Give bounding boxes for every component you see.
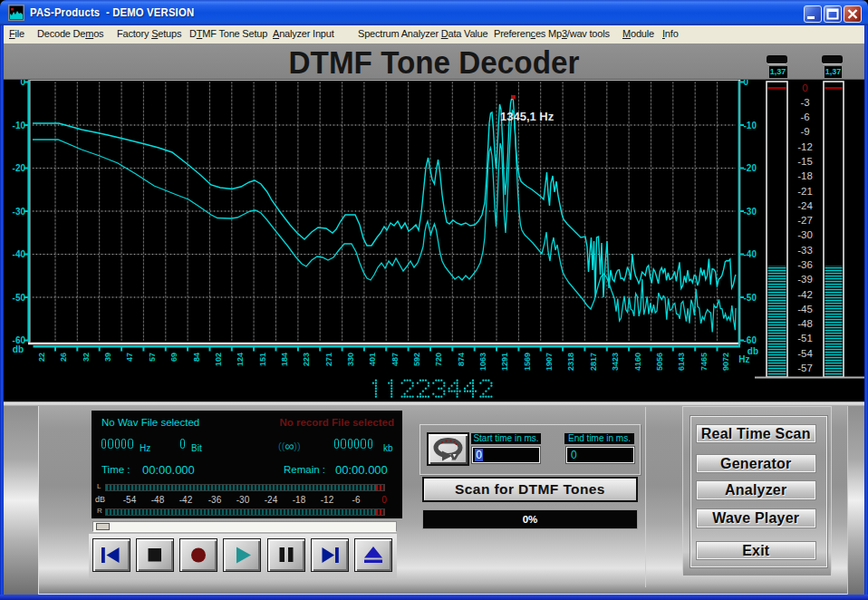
svg-text:0: 0	[20, 80, 25, 87]
svg-text:-10: -10	[744, 121, 757, 131]
svg-text:487: 487	[391, 353, 400, 366]
svg-text:-51: -51	[797, 333, 813, 344]
svg-text:84: 84	[192, 353, 201, 362]
svg-text:32: 32	[82, 353, 91, 362]
svg-text:-50: -50	[744, 293, 757, 303]
svg-text:592: 592	[412, 353, 421, 366]
svg-text:-9: -9	[800, 126, 809, 137]
svg-text:4160: 4160	[633, 353, 642, 371]
svg-text:0: 0	[744, 80, 749, 87]
svg-text:720: 720	[434, 353, 443, 366]
svg-text:47: 47	[125, 353, 134, 362]
svg-text:-48: -48	[797, 318, 813, 329]
svg-text:-15: -15	[797, 156, 813, 167]
svg-text:184: 184	[280, 353, 289, 366]
svg-text:7465: 7465	[699, 353, 709, 371]
svg-text:9072: 9072	[721, 353, 730, 371]
svg-text:2318: 2318	[566, 353, 575, 371]
svg-text:1907: 1907	[545, 353, 554, 371]
svg-text:-21: -21	[797, 186, 813, 197]
svg-text:-20: -20	[13, 163, 26, 173]
svg-text:6143: 6143	[677, 353, 686, 371]
svg-text:-24: -24	[797, 200, 813, 211]
svg-text:3423: 3423	[611, 353, 620, 371]
svg-text:-40: -40	[13, 249, 26, 259]
svg-text:-40: -40	[744, 249, 757, 259]
svg-text:2817: 2817	[589, 353, 598, 371]
svg-text:-57: -57	[797, 363, 813, 373]
svg-text:1345,1 Hz: 1345,1 Hz	[500, 110, 555, 123]
svg-text:Hz: Hz	[738, 354, 749, 364]
svg-text:-50: -50	[13, 293, 26, 303]
svg-text:db: db	[13, 344, 24, 354]
svg-text:-30: -30	[797, 229, 813, 240]
svg-text:-54: -54	[797, 348, 813, 359]
svg-text:-6: -6	[800, 111, 809, 122]
svg-text:1291: 1291	[500, 353, 509, 371]
svg-text:57: 57	[148, 353, 157, 362]
svg-text:1569: 1569	[523, 353, 532, 371]
svg-text:0: 0	[802, 82, 807, 93]
svg-text:22: 22	[37, 353, 46, 362]
svg-text:-30: -30	[744, 207, 757, 217]
svg-text:-33: -33	[797, 245, 813, 256]
svg-text:5056: 5056	[655, 353, 664, 371]
svg-text:-36: -36	[797, 259, 813, 270]
svg-text:874: 874	[457, 353, 466, 366]
svg-text:330: 330	[346, 353, 355, 366]
svg-text:401: 401	[368, 353, 377, 366]
svg-text:1063: 1063	[478, 353, 487, 371]
svg-text:-27: -27	[797, 215, 813, 226]
svg-text:39: 39	[103, 353, 112, 362]
svg-text:26: 26	[59, 353, 68, 362]
svg-text:-39: -39	[797, 274, 813, 285]
svg-text:-20: -20	[744, 163, 757, 173]
svg-text:271: 271	[324, 353, 333, 366]
svg-text:-12: -12	[797, 141, 813, 152]
svg-text:-45: -45	[797, 304, 813, 315]
svg-text:-42: -42	[797, 289, 813, 300]
svg-text:151: 151	[258, 353, 267, 366]
svg-text:124: 124	[236, 353, 245, 366]
svg-text:-3: -3	[800, 97, 809, 108]
svg-text:-10: -10	[13, 121, 26, 131]
svg-text:102: 102	[214, 353, 223, 366]
svg-text:69: 69	[169, 353, 178, 362]
svg-text:-30: -30	[13, 207, 26, 217]
svg-text:-18: -18	[797, 170, 813, 181]
svg-text:223: 223	[302, 353, 311, 366]
svg-text:-60: -60	[744, 335, 757, 345]
